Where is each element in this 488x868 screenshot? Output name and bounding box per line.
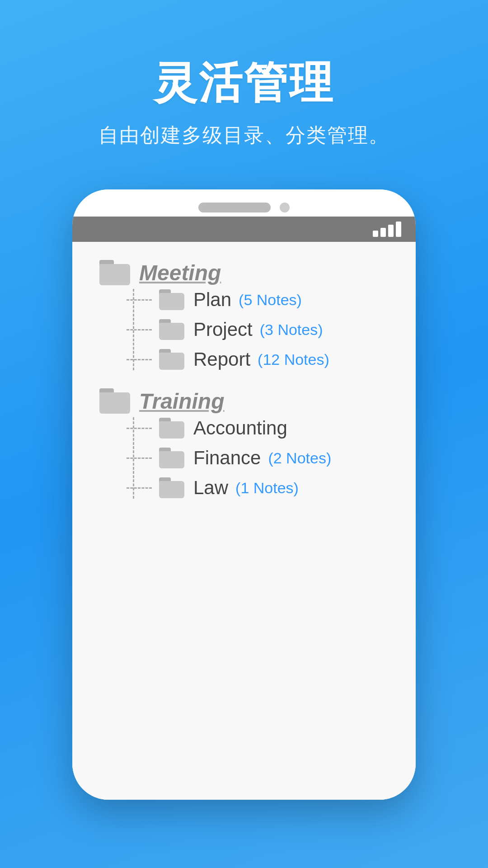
- folder-body: [159, 451, 184, 468]
- sub-name-finance: Finance: [193, 447, 261, 469]
- list-item[interactable]: Project (3 Notes): [127, 319, 389, 340]
- sub-folder-finance: [159, 448, 184, 468]
- category-name-meeting: Meeting: [139, 260, 221, 285]
- folder-body: [159, 481, 184, 498]
- h-dash: [127, 487, 152, 489]
- training-children: Accounting Finance (2 Notes) Law: [127, 417, 389, 499]
- notes-count-report: (12 Notes): [258, 351, 329, 368]
- signal-bar-1: [373, 231, 378, 237]
- phone-top-bar: [72, 189, 416, 217]
- folder-body: [159, 293, 184, 310]
- meeting-children: Plan (5 Notes) Project (3 Notes): [127, 289, 389, 370]
- list-item[interactable]: Accounting: [127, 417, 389, 439]
- category-folder-meeting: [99, 260, 130, 285]
- folder-body: [99, 264, 130, 285]
- list-item[interactable]: Finance (2 Notes): [127, 447, 389, 469]
- category-training[interactable]: Training: [99, 388, 389, 414]
- notes-count-plan: (5 Notes): [239, 291, 302, 309]
- sub-name-plan: Plan: [193, 289, 231, 311]
- phone-mockup: Meeting Plan (5 Notes): [72, 189, 416, 800]
- vertical-dashed-meeting: [133, 289, 134, 370]
- page-title: 灵活管理: [99, 54, 389, 113]
- list-item[interactable]: Plan (5 Notes): [127, 289, 389, 311]
- h-dash: [127, 299, 152, 301]
- vertical-dashed-training: [133, 417, 134, 499]
- list-item[interactable]: Report (12 Notes): [127, 349, 389, 370]
- phone-speaker: [198, 203, 271, 212]
- sub-name-report: Report: [193, 349, 250, 370]
- category-name-training: Training: [139, 389, 224, 414]
- sub-folder-report: [159, 349, 184, 370]
- sub-folder-law: [159, 477, 184, 498]
- signal-bar-3: [388, 225, 394, 237]
- notes-count-finance: (2 Notes): [268, 449, 331, 467]
- sub-name-project: Project: [193, 319, 253, 340]
- notes-count-law: (1 Notes): [235, 479, 299, 497]
- sub-folder-accounting: [159, 418, 184, 439]
- h-dash: [127, 428, 152, 429]
- category-folder-training: [99, 388, 130, 414]
- app-content: Meeting Plan (5 Notes): [72, 242, 416, 800]
- header-section: 灵活管理 自由创建多级目录、分类管理。: [99, 54, 389, 149]
- h-dash: [127, 359, 152, 360]
- h-dash: [127, 458, 152, 459]
- signal-bar-4: [396, 222, 401, 237]
- sub-name-law: Law: [193, 477, 228, 499]
- h-dash: [127, 329, 152, 330]
- sub-name-accounting: Accounting: [193, 417, 287, 439]
- folder-body: [159, 421, 184, 439]
- folder-body: [99, 392, 130, 414]
- sub-folder-project: [159, 319, 184, 340]
- folder-body: [159, 353, 184, 370]
- notes-count-project: (3 Notes): [260, 321, 323, 339]
- status-bar: [72, 217, 416, 242]
- signal-bars: [373, 222, 401, 237]
- phone-camera: [280, 203, 290, 212]
- sub-folder-plan: [159, 289, 184, 310]
- page-subtitle: 自由创建多级目录、分类管理。: [99, 122, 389, 149]
- category-meeting[interactable]: Meeting: [99, 260, 389, 285]
- list-item[interactable]: Law (1 Notes): [127, 477, 389, 499]
- folder-body: [159, 323, 184, 340]
- signal-bar-2: [380, 228, 386, 237]
